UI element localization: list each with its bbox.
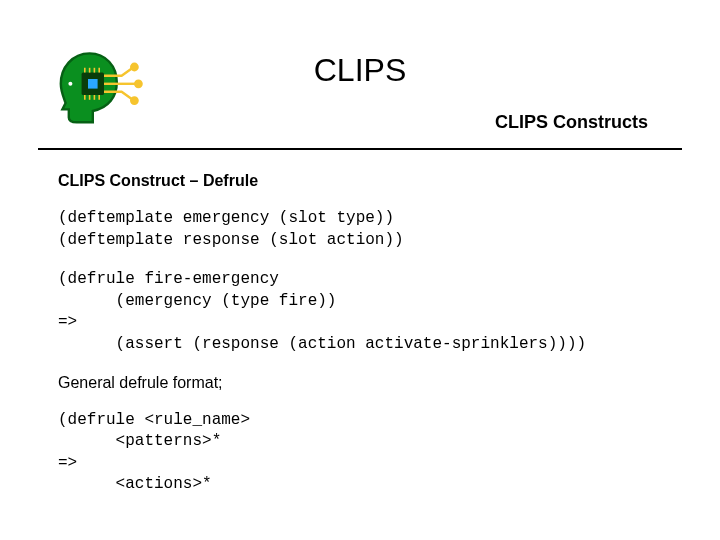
slide: CLIPS CLIPS Constructs CLIPS Construct –… (0, 0, 720, 540)
code-block-defrule: (defrule fire-emergency (emergency (type… (58, 269, 680, 355)
general-format-heading: General defrule format; (58, 374, 680, 392)
code-block-general-format: (defrule <rule_name> <patterns>* => <act… (58, 410, 680, 496)
header-divider (38, 148, 682, 150)
slide-body: CLIPS Construct – Defrule (deftemplate e… (58, 172, 680, 514)
page-title: CLIPS (0, 52, 720, 89)
code-block-templates: (deftemplate emergency (slot type)) (def… (58, 208, 680, 251)
slide-header: CLIPS CLIPS Constructs (0, 0, 720, 150)
section-heading: CLIPS Construct – Defrule (58, 172, 680, 190)
svg-point-13 (131, 97, 137, 103)
page-subtitle: CLIPS Constructs (495, 112, 648, 133)
